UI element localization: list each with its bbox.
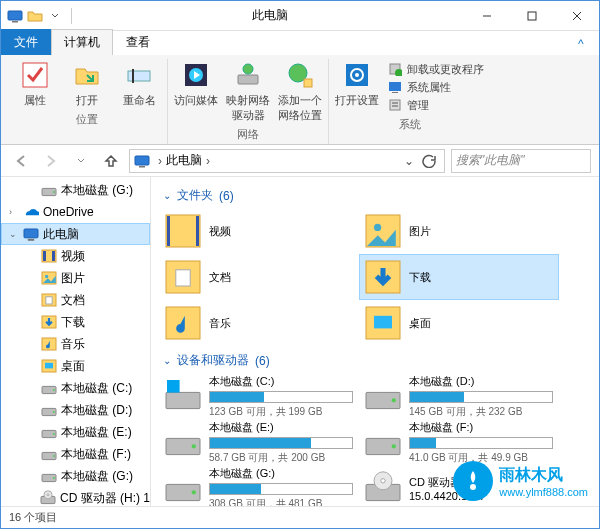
drive-icon — [41, 380, 57, 396]
drive-icon — [365, 424, 401, 460]
add-location-button[interactable]: 添加一个网络位置 — [278, 59, 322, 123]
sidebar-item[interactable]: 音乐 — [1, 333, 150, 355]
properties-button[interactable]: 属性 — [13, 59, 57, 108]
sidebar-item-label: 本地磁盘 (G:) — [61, 468, 133, 485]
sidebar-item[interactable]: 文档 — [1, 289, 150, 311]
address-bar[interactable]: › 此电脑 › ⌄ — [129, 149, 445, 173]
folder-tile[interactable]: 音乐 — [159, 300, 359, 346]
recent-dropdown[interactable] — [69, 149, 93, 173]
svg-point-12 — [243, 64, 253, 74]
tile-label: 视频 — [209, 224, 353, 239]
svg-rect-30 — [43, 251, 46, 261]
sys-props-button[interactable]: 系统属性 — [387, 79, 484, 95]
refresh-icon[interactable] — [418, 154, 440, 168]
drive-tile[interactable]: 本地磁盘 (E:)58.7 GB 可用，共 200 GB — [159, 419, 359, 465]
tile-label: 本地磁盘 (E:) — [209, 420, 353, 435]
sidebar-item[interactable]: 本地磁盘 (G:) — [1, 179, 150, 201]
close-button[interactable] — [554, 1, 599, 31]
sidebar-item-label: 本地磁盘 (C:) — [61, 380, 132, 397]
sidebar-item[interactable]: 本地磁盘 (E:) — [1, 421, 150, 443]
sidebar-item[interactable]: 本地磁盘 (F:) — [1, 443, 150, 465]
drive-tile[interactable]: CD 驱动器 (H:) 15.0.4420.1017 — [359, 465, 559, 506]
tile-label: 本地磁盘 (G:) — [209, 466, 353, 481]
drive-tile[interactable]: 本地磁盘 (F:)41.0 GB 可用，共 49.9 GB — [359, 419, 559, 465]
forward-button[interactable] — [39, 149, 63, 173]
folder-icon[interactable] — [27, 8, 43, 24]
group-devices-header[interactable]: ⌄ 设备和驱动器 (6) — [151, 346, 599, 373]
back-button[interactable] — [9, 149, 33, 173]
tab-computer[interactable]: 计算机 — [51, 29, 113, 55]
rename-button[interactable]: 重命名 — [117, 59, 161, 108]
maximize-button[interactable] — [509, 1, 554, 31]
status-text: 16 个项目 — [9, 510, 57, 525]
sidebar-item-label: 下载 — [61, 314, 85, 331]
help-button[interactable]: ^ — [565, 32, 591, 55]
group-system-label: 系统 — [399, 117, 421, 132]
folder-tile[interactable]: 桌面 — [359, 300, 559, 346]
group-folders-header[interactable]: ⌄ 文件夹 (6) — [151, 181, 599, 208]
tile-label: 音乐 — [209, 316, 353, 331]
sidebar-item[interactable]: 下载 — [1, 311, 150, 333]
tile-label: CD 驱动器 (H:) 15.0.4420.1017 — [409, 475, 553, 502]
svg-rect-39 — [45, 363, 53, 369]
sidebar-item[interactable]: 本地磁盘 (D:) — [1, 399, 150, 421]
open-settings-button[interactable]: 打开设置 — [335, 59, 379, 108]
sidebar-item[interactable]: 桌面 — [1, 355, 150, 377]
capacity-bar — [209, 437, 353, 449]
folder-tile[interactable]: 图片 — [359, 208, 559, 254]
sidebar-item[interactable]: 本地磁盘 (G:) — [1, 465, 150, 487]
sidebar-item[interactable]: ⌄此电脑 — [1, 223, 150, 245]
access-media-button[interactable]: 访问媒体 — [174, 59, 218, 108]
sidebar-item[interactable]: 视频 — [1, 245, 150, 267]
drive-tile[interactable]: 本地磁盘 (D:)145 GB 可用，共 232 GB — [359, 373, 559, 419]
sidebar-item-label: 本地磁盘 (D:) — [61, 402, 132, 419]
svg-point-41 — [53, 389, 55, 391]
sidebar-item[interactable]: 图片 — [1, 267, 150, 289]
svg-point-47 — [53, 455, 55, 457]
minimize-button[interactable] — [464, 1, 509, 31]
tile-subtext: 308 GB 可用，共 481 GB — [209, 497, 353, 507]
drive-icon — [41, 468, 57, 484]
chevron-right-icon[interactable]: › — [202, 154, 214, 168]
manage-button[interactable]: 管理 — [387, 97, 484, 113]
svg-point-43 — [53, 411, 55, 413]
drive-tile[interactable]: 本地磁盘 (G:)308 GB 可用，共 481 GB — [159, 465, 359, 506]
drive-icon — [165, 424, 201, 460]
breadcrumb[interactable]: 此电脑 — [166, 152, 202, 169]
svg-point-62 — [374, 224, 381, 231]
cd-icon — [365, 470, 401, 506]
up-button[interactable] — [99, 149, 123, 173]
chevron-right-icon[interactable]: › — [154, 154, 166, 168]
sidebar-item[interactable]: ›OneDrive — [1, 201, 150, 223]
svg-rect-7 — [128, 71, 150, 81]
sidebar-item-label: 本地磁盘 (E:) — [61, 424, 132, 441]
sidebar-item-label: OneDrive — [43, 205, 94, 219]
search-input[interactable]: 搜索"此电脑" — [451, 149, 591, 173]
address-dropdown-icon[interactable]: ⌄ — [400, 154, 418, 168]
sidebar-item[interactable]: 本地磁盘 (C:) — [1, 377, 150, 399]
map-drive-button[interactable]: 映射网络驱动器 — [226, 59, 270, 123]
svg-rect-0 — [8, 11, 22, 20]
svg-point-49 — [53, 477, 55, 479]
sidebar-item[interactable]: CD 驱动器 (H:) 1 — [1, 487, 150, 506]
svg-point-17 — [355, 73, 359, 77]
svg-rect-64 — [176, 270, 190, 286]
folder-tile[interactable]: 文档 — [159, 254, 359, 300]
svg-rect-1 — [12, 21, 18, 23]
qat-dropdown-icon[interactable] — [47, 8, 63, 24]
tab-file[interactable]: 文件 — [1, 29, 51, 55]
svg-point-26 — [53, 191, 55, 193]
folder-tile[interactable]: 视频 — [159, 208, 359, 254]
tab-view[interactable]: 查看 — [113, 29, 163, 55]
tile-subtext: 41.0 GB 可用，共 49.9 GB — [409, 451, 553, 465]
nav-sidebar: 本地磁盘 (G:)›OneDrive⌄此电脑视频图片文档下载音乐桌面本地磁盘 (… — [1, 177, 151, 506]
address-row: › 此电脑 › ⌄ 搜索"此电脑" — [1, 145, 599, 177]
pc-icon — [23, 226, 39, 242]
drive-icon — [165, 470, 201, 506]
svg-point-52 — [47, 494, 49, 496]
folder-tile[interactable]: 下载 — [359, 254, 559, 300]
uninstall-button[interactable]: 卸载或更改程序 — [387, 61, 484, 77]
open-button[interactable]: 打开 — [65, 59, 109, 108]
drive-tile[interactable]: 本地磁盘 (C:)123 GB 可用，共 199 GB — [159, 373, 359, 419]
svg-point-76 — [392, 444, 396, 448]
